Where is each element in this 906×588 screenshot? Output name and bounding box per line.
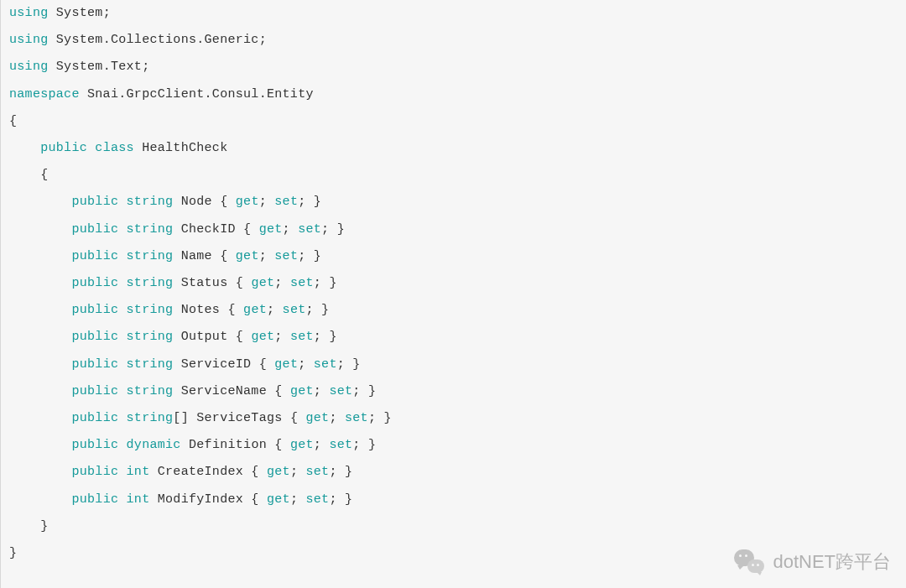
text-token <box>118 276 126 290</box>
keyword-token: set <box>314 357 337 372</box>
keyword-token: string <box>127 249 174 263</box>
code-line: } <box>9 513 898 540</box>
text-token: ServiceID { <box>173 357 274 372</box>
text-token: ; <box>267 303 283 317</box>
keyword-token: public <box>71 384 118 398</box>
text-token <box>9 141 40 155</box>
text-token <box>9 330 71 344</box>
code-line: public string Node { get; set; } <box>9 189 898 216</box>
keyword-token: get <box>267 465 290 479</box>
text-token: ; <box>290 465 306 479</box>
text-token: ; <box>329 411 345 425</box>
text-token <box>118 249 126 263</box>
keyword-token: set <box>329 438 352 452</box>
keyword-token: class <box>95 141 134 155</box>
text-token: Node { <box>173 195 235 209</box>
code-line: namespace Snai.GrpcClient.Consul.Entity <box>9 81 898 108</box>
code-line: public string ServiceName { get; set; } <box>9 378 898 405</box>
text-token <box>9 357 71 372</box>
text-token: ; } <box>329 492 352 507</box>
keyword-token: set <box>283 303 306 317</box>
code-line: public string ServiceID { get; set; } <box>9 351 898 378</box>
text-token <box>9 438 71 452</box>
keyword-token: string <box>127 222 174 237</box>
keyword-token: get <box>267 492 290 507</box>
keyword-token: get <box>290 438 314 452</box>
code-line: using System.Text; <box>9 54 898 81</box>
code-line: } <box>9 540 898 567</box>
keyword-token: dynamic <box>127 438 181 452</box>
text-token: Status { <box>173 276 251 290</box>
text-token <box>87 141 95 155</box>
keyword-token: string <box>127 411 174 425</box>
text-token: } <box>9 519 49 533</box>
text-token: System.Text; <box>49 60 150 74</box>
keyword-token: get <box>259 222 283 237</box>
keyword-token: string <box>127 330 174 344</box>
text-token: ; } <box>321 222 345 237</box>
text-token: System; <box>49 6 111 20</box>
keyword-token: set <box>345 411 368 425</box>
text-token <box>118 384 126 398</box>
code-line: public class HealthCheck <box>9 135 898 162</box>
keyword-token: set <box>290 330 314 344</box>
keyword-token: get <box>251 330 274 344</box>
text-token: Snai.GrpcClient.Consul.Entity <box>80 87 314 101</box>
text-token: Output { <box>173 330 251 344</box>
code-line: public int ModifyIndex { get; set; } <box>9 487 898 513</box>
keyword-token: using <box>9 33 49 47</box>
text-token: ; <box>259 195 275 209</box>
text-token: [] ServiceTags { <box>173 411 305 425</box>
text-token: System.Collections.Generic; <box>49 33 267 47</box>
text-token <box>118 492 126 507</box>
code-line: public string CheckID { get; set; } <box>9 216 898 243</box>
keyword-token: public <box>71 357 118 372</box>
text-token: { <box>9 168 49 182</box>
keyword-token: int <box>127 492 150 507</box>
text-token: ; } <box>314 276 337 290</box>
keyword-token: public <box>71 303 118 317</box>
code-line: public string Status { get; set; } <box>9 270 898 297</box>
keyword-token: public <box>40 141 87 155</box>
text-token: ; } <box>337 357 361 372</box>
text-token <box>9 384 71 398</box>
keyword-token: public <box>71 330 118 344</box>
text-token: } <box>9 546 17 560</box>
code-line: public string[] ServiceTags { get; set; … <box>9 405 898 432</box>
code-line: public string Output { get; set; } <box>9 324 898 351</box>
keyword-token: string <box>127 195 174 209</box>
code-block: using System;using System.Collections.Ge… <box>0 0 906 588</box>
text-token: ServiceName { <box>173 384 290 398</box>
text-token: ; <box>283 222 299 237</box>
text-token: ; <box>298 357 314 372</box>
text-token <box>118 357 126 372</box>
text-token: ; <box>274 330 290 344</box>
keyword-token: public <box>71 276 118 290</box>
keyword-token: string <box>127 357 174 372</box>
keyword-token: public <box>71 492 118 507</box>
keyword-token: using <box>9 60 49 74</box>
text-token <box>118 411 126 425</box>
keyword-token: public <box>71 438 118 452</box>
code-line: public dynamic Definition { get; set; } <box>9 432 898 459</box>
text-token: ; } <box>329 465 352 479</box>
text-token <box>118 222 126 237</box>
text-token: ; <box>274 276 290 290</box>
keyword-token: public <box>71 195 118 209</box>
text-token <box>118 330 126 344</box>
keyword-token: set <box>329 384 352 398</box>
text-token <box>118 303 126 317</box>
text-token <box>118 195 126 209</box>
text-token: ModifyIndex { <box>149 492 267 507</box>
keyword-token: using <box>9 6 49 20</box>
keyword-token: get <box>243 303 267 317</box>
text-token: CheckID { <box>173 222 258 237</box>
keyword-token: public <box>71 411 118 425</box>
code-line: public int CreateIndex { get; set; } <box>9 459 898 486</box>
keyword-token: set <box>274 195 298 209</box>
keyword-token: get <box>236 195 259 209</box>
keyword-token: int <box>127 465 150 479</box>
text-token: HealthCheck <box>134 141 228 155</box>
text-token: ; } <box>314 330 337 344</box>
keyword-token: string <box>127 303 174 317</box>
